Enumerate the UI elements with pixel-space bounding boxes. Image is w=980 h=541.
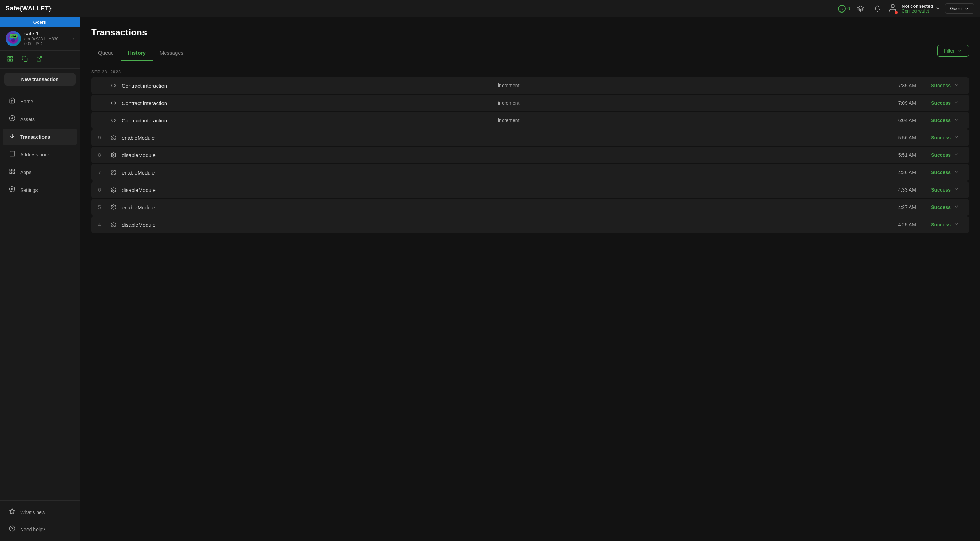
svg-point-31 [113, 224, 114, 225]
multisig-badge: 2/3 [10, 34, 18, 38]
tx-nonce: 6 [98, 187, 111, 193]
help-icon [8, 525, 16, 533]
tx-status: Success [916, 135, 951, 140]
offline-dot [895, 11, 897, 14]
app-logo: Safe{WALLET} [6, 5, 51, 12]
svg-rect-21 [13, 172, 14, 174]
tx-expand-icon[interactable] [951, 169, 962, 176]
gear-icon [111, 222, 122, 227]
filter-button[interactable]: Filter [937, 45, 969, 57]
tx-time: 5:56 AM [874, 135, 916, 140]
tx-name: disableModule [122, 152, 498, 158]
sidebar-item-apps[interactable]: Apps [3, 164, 77, 181]
sidebar-item-address-book[interactable]: Address book [3, 146, 77, 163]
svg-rect-10 [8, 59, 10, 61]
apps-icon [8, 168, 16, 176]
grid-view-button[interactable] [6, 54, 14, 65]
tx-status: Success [916, 100, 951, 106]
svg-point-27 [113, 154, 114, 156]
tx-status: Success [916, 83, 951, 88]
tx-status: Success [916, 222, 951, 227]
sidebar-item-home[interactable]: Home [3, 93, 77, 109]
sidebar-item-need-help[interactable]: Need help? [3, 521, 77, 538]
address-book-label: Address book [20, 152, 50, 157]
tx-nonce: 7 [98, 170, 111, 175]
settings-icon [8, 186, 16, 194]
wallet-balance: 0.00 USD [24, 41, 69, 46]
wallet-info[interactable]: 2/3 safe-1 gor:0x9831...A830 0.00 USD › [0, 27, 80, 51]
tx-expand-icon[interactable] [951, 82, 962, 89]
sidebar-item-whats-new[interactable]: What's new [3, 504, 77, 520]
wallet-connect-area[interactable]: Not connected Connect wallet [902, 3, 941, 14]
code-icon [111, 83, 122, 88]
tx-status: Success [916, 170, 951, 175]
table-row[interactable]: Contract interaction increment 7:35 AM S… [91, 77, 969, 94]
tabs-left: Queue History Messages [91, 46, 190, 60]
assets-label: Assets [20, 116, 35, 122]
connect-wallet-link[interactable]: Connect wallet [902, 9, 933, 14]
network-button[interactable]: Goerli [945, 3, 974, 14]
external-link-button[interactable] [35, 54, 44, 65]
svg-text:S: S [841, 7, 843, 11]
network-chevron-icon [964, 6, 969, 11]
table-row[interactable]: 4 disableModule 4:25 AM Success [91, 216, 969, 233]
apps-label: Apps [20, 170, 31, 175]
tx-expand-icon[interactable] [951, 117, 962, 124]
table-row[interactable]: 8 disableModule 5:51 AM Success [91, 147, 969, 163]
tx-expand-icon[interactable] [951, 100, 962, 106]
table-row[interactable]: 7 enableModule 4:36 AM Success [91, 164, 969, 181]
table-row[interactable]: 6 disableModule 4:33 AM Success [91, 181, 969, 198]
wallet-actions [0, 51, 80, 69]
svg-point-3 [891, 5, 894, 8]
tabs-row: Queue History Messages Filter [91, 45, 969, 61]
tx-status: Success [916, 187, 951, 193]
table-row[interactable]: Contract interaction increment 6:04 AM S… [91, 112, 969, 129]
tx-status: Success [916, 152, 951, 158]
copy-address-button[interactable] [20, 54, 29, 65]
tx-nonce: 9 [98, 135, 111, 140]
transactions-icon [8, 133, 16, 141]
tx-expand-icon[interactable] [951, 186, 962, 193]
sidebar-item-assets[interactable]: Assets [3, 111, 77, 127]
tx-expand-icon[interactable] [951, 204, 962, 211]
tx-nonce: 8 [98, 152, 111, 158]
tx-expand-icon[interactable] [951, 152, 962, 159]
svg-rect-11 [11, 59, 13, 61]
tx-expand-icon[interactable] [951, 134, 962, 141]
tx-name: Contract interaction [122, 117, 498, 124]
gear-icon [111, 152, 122, 158]
sidebar-bottom: What's new Need help? [0, 500, 80, 541]
wallet-address: gor:0x9831...A830 [24, 36, 69, 41]
transaction-list: Contract interaction increment 7:35 AM S… [91, 77, 969, 233]
svg-rect-12 [24, 58, 27, 62]
table-row[interactable]: 9 enableModule 5:56 AM Success [91, 129, 969, 146]
sidebar-item-settings[interactable]: Settings [3, 182, 77, 198]
svg-point-26 [113, 137, 114, 138]
home-label: Home [20, 99, 33, 104]
date-group-label: SEP 23, 2023 [91, 70, 969, 75]
page-title: Transactions [91, 27, 969, 38]
code-icon [111, 100, 122, 106]
svg-point-28 [113, 172, 114, 173]
table-row[interactable]: 5 enableModule 4:27 AM Success [91, 199, 969, 216]
new-transaction-button[interactable]: New transaction [4, 73, 76, 86]
whats-new-icon [8, 508, 16, 516]
notification-bell-button[interactable] [871, 2, 884, 15]
tab-messages[interactable]: Messages [153, 46, 190, 61]
safe-apps-icon[interactable]: S 0 [838, 5, 850, 13]
beacon-count: 0 [847, 6, 850, 11]
svg-marker-23 [10, 509, 15, 514]
tx-time: 4:25 AM [874, 222, 916, 227]
tx-time: 5:51 AM [874, 152, 916, 158]
tx-name: enableModule [122, 205, 498, 210]
sidebar-item-transactions[interactable]: Transactions [3, 129, 77, 145]
tab-queue[interactable]: Queue [91, 46, 121, 61]
transactions-label: Transactions [20, 134, 50, 140]
layers-icon-button[interactable] [854, 2, 867, 15]
settings-label: Settings [20, 187, 38, 193]
user-avatar[interactable] [888, 3, 897, 14]
tx-expand-icon[interactable] [951, 221, 962, 228]
tab-history[interactable]: History [121, 46, 153, 61]
table-row[interactable]: Contract interaction increment 7:09 AM S… [91, 95, 969, 111]
tx-nonce: 4 [98, 222, 111, 227]
